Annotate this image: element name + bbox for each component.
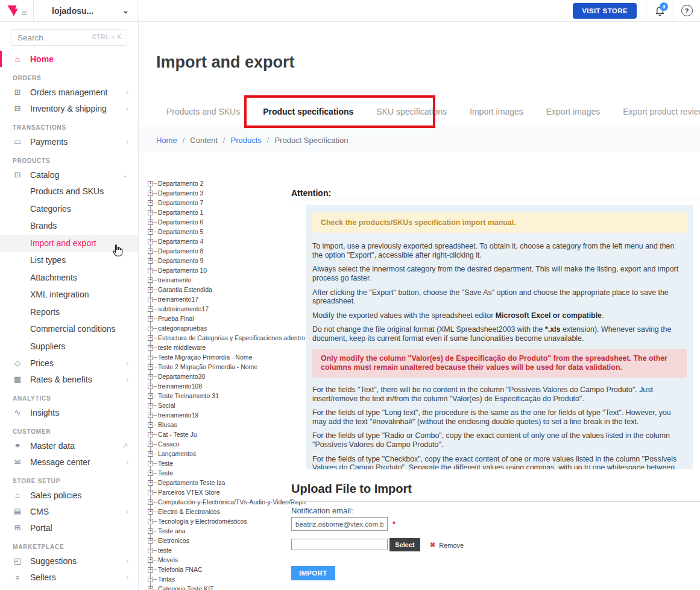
tree-expand-icon[interactable]: + <box>148 306 153 312</box>
tree-node[interactable]: +Teste ana <box>148 526 306 536</box>
tree-expand-icon[interactable]: + <box>148 577 153 582</box>
sidebar-item-sellers[interactable]: ⌅Sellers› <box>0 569 138 585</box>
sidebar-item-orders-management[interactable]: ⊞Orders management› <box>0 84 138 100</box>
sidebar-item-sales-policies[interactable]: ⌂Sales policies <box>0 487 138 503</box>
tree-expand-icon[interactable]: + <box>148 297 153 302</box>
tree-node[interactable]: +Tecnología y Electrodomésticos <box>148 516 306 526</box>
tree-expand-icon[interactable]: + <box>148 268 153 273</box>
tree-expand-icon[interactable]: + <box>148 287 153 293</box>
tree-expand-icon[interactable]: + <box>148 249 153 254</box>
tree-node[interactable]: +Departamento 5 <box>148 227 306 236</box>
tree-expand-icon[interactable]: + <box>148 374 153 379</box>
tree-expand-icon[interactable]: + <box>148 345 153 351</box>
tree-node[interactable]: +treinamento <box>148 275 306 285</box>
tree-expand-icon[interactable]: + <box>148 432 153 437</box>
tree-node[interactable]: +Departamento 1 <box>148 208 306 217</box>
sidebar-item-attachments[interactable]: Attachments <box>0 269 138 287</box>
help-button[interactable]: ? <box>673 0 700 21</box>
tree-expand-icon[interactable]: + <box>148 557 153 563</box>
tree-expand-icon[interactable]: + <box>148 548 153 553</box>
sidebar-item-reports[interactable]: Reports <box>0 303 138 321</box>
sidebar-item-cms[interactable]: ▤CMS› <box>0 503 138 519</box>
tree-node[interactable]: +Prueba Final <box>148 314 306 323</box>
remove-file-button[interactable]: ✖ Remove <box>430 541 464 549</box>
tree-node[interactable]: +treinamento17 <box>148 294 306 304</box>
visit-store-button[interactable]: VISIT STORE <box>573 3 637 19</box>
notification-email-input[interactable] <box>291 517 388 531</box>
tree-expand-icon[interactable]: + <box>148 500 153 505</box>
tree-node[interactable]: +Departamento Teste Iza <box>148 478 306 487</box>
tree-node[interactable]: +treinamento19 <box>148 410 306 420</box>
sidebar-item-payments[interactable]: ▭Payments› <box>0 133 138 150</box>
tree-node[interactable]: +treinamento108 <box>148 381 306 391</box>
tree-expand-icon[interactable]: + <box>148 355 153 360</box>
import-button[interactable]: IMPORT <box>291 566 335 580</box>
sidebar-item-products-and-skus[interactable]: Products and SKUs <box>0 183 138 200</box>
tree-node[interactable]: +Cat - Teste Ju <box>148 430 306 439</box>
tree-node[interactable]: +Teste 2 Migração Primordia - Nome <box>148 362 306 372</box>
tree-node[interactable]: +Eletronicos <box>148 536 306 545</box>
sidebar-item-catalog[interactable]: ⊡Catalog⌄ <box>0 167 138 183</box>
breadcrumb-item-products[interactable]: Products <box>230 136 261 145</box>
sidebar-item-commercial-conditions[interactable]: Commercial conditions <box>0 320 138 338</box>
tree-node[interactable]: +Parceiros VTEX Store <box>148 487 306 497</box>
tree-node[interactable]: +Garantia Estendida <box>148 285 306 294</box>
select-file-button[interactable]: Select <box>389 538 420 551</box>
tree-expand-icon[interactable]: + <box>148 384 153 389</box>
store-selector[interactable]: lojadosu... ⌄ <box>34 0 138 21</box>
tree-node[interactable]: +Computación-y-Electrónica/TVs-Audio-y-V… <box>148 497 306 507</box>
tree-node[interactable]: +Teste <box>148 468 306 478</box>
sidebar-item-inventory-shipping[interactable]: ⊟Inventory & shipping› <box>0 100 138 116</box>
tree-expand-icon[interactable]: + <box>148 538 153 544</box>
tree-node[interactable]: +Departamento 10 <box>148 265 306 275</box>
tree-node[interactable]: +Social <box>148 401 306 410</box>
breadcrumb-item-home[interactable]: Home <box>156 136 177 145</box>
tree-expand-icon[interactable]: + <box>148 278 153 283</box>
tree-expand-icon[interactable]: + <box>148 316 153 322</box>
tree-expand-icon[interactable]: + <box>148 229 153 235</box>
tree-node[interactable]: +Departamento 6 <box>148 217 306 227</box>
tree-node[interactable]: +Departamento30 <box>148 372 306 381</box>
tree-expand-icon[interactable]: + <box>148 413 153 418</box>
tree-node[interactable]: +Electro & Electronicos <box>148 507 306 516</box>
tree-expand-icon[interactable]: + <box>148 567 153 573</box>
tree-expand-icon[interactable]: + <box>148 210 153 215</box>
tree-node[interactable]: +Lançamentos <box>148 449 306 458</box>
tree-node[interactable]: +Estructura de Categorias y Especificaci… <box>148 333 306 343</box>
tree-expand-icon[interactable]: + <box>148 451 153 457</box>
tab-products-and-skus[interactable]: Products and SKUs <box>166 107 240 116</box>
tree-expand-icon[interactable]: + <box>148 258 153 264</box>
sidebar-item-portal[interactable]: ⊞Portal <box>0 519 138 536</box>
tree-expand-icon[interactable]: + <box>148 442 153 447</box>
tab-import-images[interactable]: Import images <box>470 107 523 116</box>
tree-node[interactable]: +Departamento 3 <box>148 188 306 198</box>
sidebar-item-list-types[interactable]: List types <box>0 252 138 269</box>
sidebar-item-xml-integration[interactable]: XML integration <box>0 286 138 303</box>
tree-expand-icon[interactable]: + <box>148 326 153 331</box>
tree-expand-icon[interactable]: + <box>148 480 153 486</box>
tab-product-specifications[interactable]: Product specifications <box>263 107 353 116</box>
tree-node[interactable]: +teste <box>148 545 306 555</box>
sidebar-item-home[interactable]: ⌂ Home <box>0 51 138 67</box>
tree-node[interactable]: +Teste Migração Primordia - Nome <box>148 352 306 362</box>
tree-expand-icon[interactable]: + <box>148 393 153 399</box>
sidebar-item-brands[interactable]: Brands <box>0 217 138 235</box>
tree-expand-icon[interactable]: + <box>148 181 153 186</box>
tree-expand-icon[interactable]: + <box>148 586 153 590</box>
sidebar-item-import-and-export[interactable]: Import and export <box>0 235 138 252</box>
sidebar-item-suppliers[interactable]: Suppliers <box>0 338 138 355</box>
tree-expand-icon[interactable]: + <box>148 335 153 341</box>
tab-export-images[interactable]: Export images <box>546 107 600 116</box>
tree-node[interactable]: +Telefonia FNAC <box>148 565 306 574</box>
tree-expand-icon[interactable]: + <box>148 519 153 524</box>
tree-node[interactable]: +categoriapruebas <box>148 323 306 333</box>
sidebar-item-rates-benefits[interactable]: ▩Rates & benefits› <box>0 371 138 387</box>
tree-expand-icon[interactable]: + <box>148 509 153 515</box>
tab-export-product-reviews[interactable]: Export product reviews <box>623 107 700 116</box>
notifications-button[interactable]: 3 <box>646 0 673 21</box>
sidebar-item-prices[interactable]: ◇Prices› <box>0 355 138 371</box>
tree-node[interactable]: +Moveis <box>148 555 306 565</box>
tree-expand-icon[interactable]: + <box>148 364 153 370</box>
tree-node[interactable]: +subtreinamento17 <box>148 304 306 314</box>
sidebar-item-master-data[interactable]: ≡Master data↗ <box>0 437 138 454</box>
